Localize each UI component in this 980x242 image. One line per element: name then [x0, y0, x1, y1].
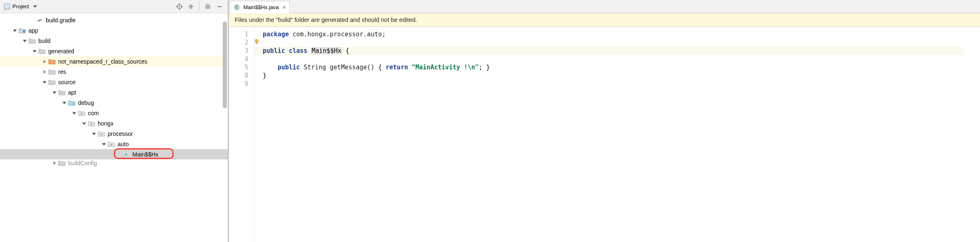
close-tab-icon[interactable]: ✕: [282, 5, 286, 10]
project-view-selector[interactable]: Project: [2, 2, 39, 10]
intention-bulb-icon[interactable]: [254, 38, 259, 44]
chevron-right-icon[interactable]: [42, 59, 47, 64]
tree-item-apt[interactable]: apt: [0, 87, 228, 97]
tree-item-res[interactable]: res: [0, 66, 228, 77]
project-panel-header: Project: [0, 0, 228, 13]
folder-icon: [38, 48, 46, 54]
line-number: 1: [229, 30, 248, 38]
type-string: String: [304, 64, 326, 71]
svg-point-17: [23, 30, 25, 33]
tree-item-label: generated: [48, 48, 74, 55]
banner-text: Files under the "build" folder are gener…: [235, 17, 417, 23]
folder-icon: [48, 79, 56, 85]
module-icon: [19, 28, 26, 33]
keyword-public-2: public: [278, 64, 300, 71]
svg-point-21: [101, 133, 103, 135]
tree-item-com[interactable]: com: [0, 108, 228, 118]
tree-item-label: build: [38, 38, 51, 44]
generated-file-banner: Files under the "build" folder are gener…: [229, 13, 980, 27]
svg-line-15: [209, 5, 210, 5]
collapse-all-icon[interactable]: [187, 2, 195, 11]
tree-item-not-namespaced-r-class-sources[interactable]: not_namespaced_r_class_sources: [0, 56, 228, 66]
brace-open: {: [342, 47, 349, 55]
tree-item-source[interactable]: source: [0, 77, 228, 87]
svg-point-22: [111, 144, 113, 146]
tree-item-debug[interactable]: debug: [0, 97, 228, 108]
pkg-icon: [78, 110, 85, 116]
svg-point-25: [255, 39, 259, 43]
svg-line-14: [206, 8, 207, 9]
tree-item-app[interactable]: app: [0, 25, 228, 36]
tree-item-label: apt: [68, 89, 76, 96]
locate-icon[interactable]: [175, 2, 184, 11]
gear-icon[interactable]: [204, 2, 212, 11]
method-name: getMessage(): [326, 64, 378, 71]
chevron-right-icon[interactable]: [42, 69, 47, 74]
tree-item-auto[interactable]: auto: [0, 139, 228, 149]
svg-rect-26: [256, 43, 257, 44]
tree-item-build-gradle[interactable]: build.gradle: [0, 15, 228, 25]
tree-item-buildconfig[interactable]: buildConfig: [0, 159, 228, 167]
line-number: 9: [229, 80, 248, 88]
tree-item-generated[interactable]: generated: [0, 46, 228, 56]
keyword-class: class: [289, 47, 307, 55]
editor-panel: C Main$$Hx.java ✕ Files under the "build…: [229, 0, 980, 242]
svg-point-20: [91, 123, 93, 125]
line-number: 3: [229, 47, 248, 55]
editor-tab-bar: C Main$$Hx.java ✕: [229, 0, 980, 13]
hide-icon[interactable]: [215, 2, 224, 11]
chevron-down-icon[interactable]: [12, 28, 17, 33]
tree-item-label: not_namespaced_r_class_sources: [58, 58, 147, 65]
chevron-down-icon[interactable]: [52, 90, 57, 95]
chevron-down-icon[interactable]: [22, 38, 27, 43]
chevron-down-icon[interactable]: [72, 111, 77, 116]
tree-item-label: processor: [108, 130, 133, 137]
tree-item-label: hongx: [98, 120, 113, 127]
svg-point-18: [73, 102, 75, 104]
line-number: 8: [229, 71, 248, 80]
tree-item-label: auto: [118, 141, 129, 147]
editor-tab[interactable]: C Main$$Hx.java ✕: [230, 1, 290, 13]
chevron-down-icon[interactable]: [32, 49, 37, 54]
pkg-icon: [108, 141, 115, 147]
folder-icon: [58, 160, 66, 166]
folder-icon: [58, 90, 66, 95]
chevron-down-icon[interactable]: [42, 80, 47, 85]
chevron-down-icon[interactable]: [62, 100, 67, 105]
svg-text:C: C: [125, 152, 127, 156]
code-content[interactable]: package com.hongx.processor.auto; public…: [254, 27, 964, 242]
line-number: 2: [229, 38, 248, 47]
svg-rect-16: [217, 6, 222, 7]
tree-item-label: debug: [78, 100, 94, 106]
tree-item-main-hx[interactable]: CMain$$Hx: [0, 149, 228, 159]
svg-point-7: [207, 5, 209, 8]
project-tree[interactable]: build.gradleappbuildgeneratednot_namespa…: [0, 13, 228, 242]
project-title: Project: [12, 3, 29, 9]
indent: [263, 64, 278, 71]
chevron-right-icon[interactable]: [52, 161, 57, 166]
tree-item-hongx[interactable]: hongx: [0, 118, 228, 128]
class-icon: C: [122, 152, 130, 157]
toolbar-separator: [199, 2, 200, 11]
chevron-down-icon[interactable]: [92, 131, 97, 136]
keyword-public: public: [263, 47, 285, 55]
tree-item-label: com: [88, 110, 99, 116]
dropdown-icon: [33, 5, 37, 8]
line-number: 4: [229, 55, 248, 63]
project-icon: [4, 4, 10, 9]
tree-scrollbar[interactable]: [223, 21, 227, 108]
tree-item-build[interactable]: build: [0, 36, 228, 46]
tree-item-label: buildConfig: [68, 160, 97, 166]
tree-item-processor[interactable]: processor: [0, 128, 228, 139]
line-number: 5: [229, 63, 248, 71]
chevron-down-icon[interactable]: [101, 142, 106, 147]
chevron-down-icon[interactable]: [82, 121, 87, 126]
tree-item-label: Main$$Hx: [132, 151, 158, 158]
gradle-icon: [36, 17, 43, 23]
svg-line-12: [206, 5, 207, 5]
brace-close: }: [263, 72, 266, 79]
package-name: com.hongx.processor.auto;: [289, 31, 386, 38]
code-editor[interactable]: 1234589 package com.hongx.processor.auto…: [229, 27, 980, 242]
svg-point-1: [179, 6, 180, 7]
line-gutter: 1234589: [229, 27, 254, 242]
